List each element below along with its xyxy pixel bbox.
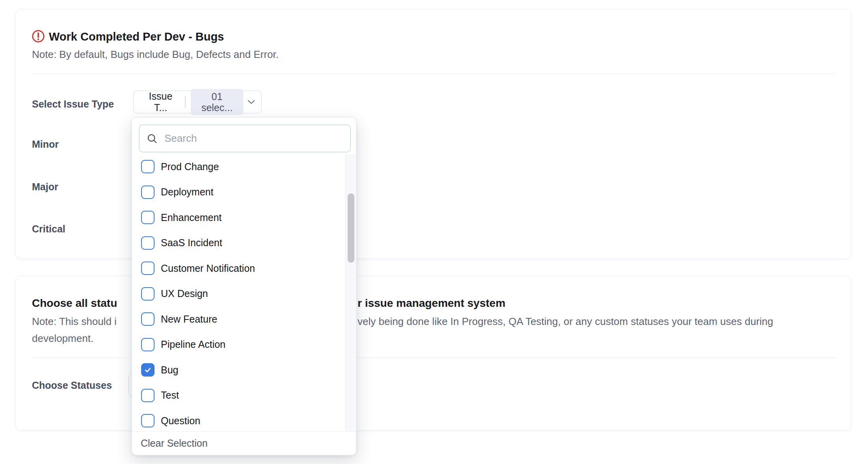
- checkbox-icon[interactable]: [141, 414, 155, 427]
- issue-type-option[interactable]: New Feature: [132, 306, 345, 332]
- checkbox-icon[interactable]: [141, 160, 155, 173]
- clear-selection-button[interactable]: Clear Selection: [141, 438, 208, 449]
- checkbox-icon[interactable]: [141, 186, 155, 199]
- divider: [32, 73, 835, 74]
- search-input[interactable]: [164, 132, 350, 145]
- card-note-fragment-right: vely being done like In Progress, QA Tes…: [358, 315, 773, 328]
- issue-type-dropdown-trigger[interactable]: Issue T... 01 selec...: [133, 91, 262, 113]
- issue-type-option-label: Bug: [161, 364, 178, 376]
- issue-type-option[interactable]: Pipeline Action: [132, 332, 345, 358]
- severity-label-major: Major: [32, 181, 58, 193]
- choose-statuses-label: Choose Statuses: [32, 379, 112, 391]
- issue-type-label: Select Issue Type: [32, 98, 114, 110]
- checkbox-icon[interactable]: [141, 287, 155, 301]
- trigger-separator: [185, 96, 186, 108]
- issue-type-option[interactable]: UX Design: [132, 281, 345, 307]
- checkbox-icon[interactable]: [141, 262, 155, 275]
- issue-type-list: Prod ChangeDeploymentEnhancementSaaS Inc…: [132, 154, 345, 431]
- checkbox-icon[interactable]: [141, 236, 155, 250]
- issue-type-dropdown-panel: Prod ChangeDeploymentEnhancementSaaS Inc…: [132, 117, 356, 455]
- issue-type-option-label: Pipeline Action: [161, 339, 225, 350]
- card-note-fragment-left: Note: This should i: [32, 315, 117, 328]
- issue-type-option[interactable]: Deployment: [132, 180, 345, 205]
- issue-type-option-label: SaaS Incident: [161, 237, 222, 249]
- card-heading-fragment-left: Choose all statu: [32, 297, 117, 310]
- issue-type-option-label: UX Design: [161, 288, 208, 299]
- alert-icon: [32, 30, 45, 43]
- issue-type-option[interactable]: Question: [132, 408, 345, 431]
- checkbox-icon[interactable]: [141, 312, 155, 326]
- dropdown-footer: Clear Selection: [132, 431, 356, 455]
- trigger-label: Issue T...: [142, 91, 180, 113]
- issue-type-option[interactable]: Enhancement: [132, 205, 345, 230]
- severity-label-minor: Minor: [32, 138, 59, 150]
- severity-label-critical: Critical: [32, 223, 65, 235]
- card-note-line2: development.: [32, 332, 93, 345]
- search-box: [139, 124, 351, 152]
- scrollbar-thumb[interactable]: [348, 193, 354, 263]
- issue-type-option[interactable]: SaaS Incident: [132, 230, 345, 256]
- card-note: Note: By default, Bugs include Bug, Defe…: [32, 48, 279, 61]
- issue-type-option-label: Prod Change: [161, 161, 219, 173]
- issue-type-option[interactable]: Prod Change: [132, 154, 345, 180]
- checkbox-icon[interactable]: [141, 338, 155, 351]
- card-heading-fragment-right: r issue management system: [358, 297, 505, 310]
- issue-type-option-label: New Feature: [161, 314, 217, 325]
- issue-type-option-label: Customer Notification: [161, 263, 255, 274]
- issue-type-option[interactable]: Test: [132, 383, 345, 408]
- selected-count-badge: 01 selec...: [191, 89, 243, 115]
- page: Work Completed Per Dev - Bugs Note: By d…: [0, 0, 868, 464]
- issue-type-option[interactable]: Customer Notification: [132, 256, 345, 281]
- issue-type-option-label: Test: [161, 390, 179, 401]
- card-title: Work Completed Per Dev - Bugs: [49, 30, 224, 43]
- checkbox-icon[interactable]: [141, 389, 155, 402]
- issue-type-option-label: Enhancement: [161, 212, 222, 223]
- chevron-down-icon: [248, 100, 255, 104]
- checkbox-icon[interactable]: [141, 211, 155, 224]
- checkbox-checked-icon[interactable]: [141, 363, 155, 377]
- issue-type-option[interactable]: Bug: [132, 357, 345, 383]
- issue-type-option-label: Question: [161, 415, 200, 427]
- issue-type-option-label: Deployment: [161, 186, 213, 198]
- search-icon: [146, 133, 158, 145]
